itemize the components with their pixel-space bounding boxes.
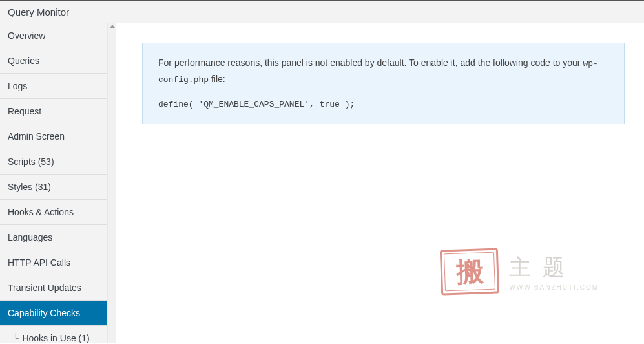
sidebar-item-label: Capability Checks <box>8 308 80 318</box>
notice-text-after: file: <box>209 74 225 84</box>
notice-box: For performance reasons, this panel is n… <box>142 43 625 124</box>
notice-code-block: define( 'QM_ENABLE_CAPS_PANEL', true ); <box>158 97 608 112</box>
sidebar-item-label: Styles (31) <box>8 182 51 192</box>
sidebar-item-label: Transient Updates <box>8 283 81 293</box>
main-content: For performance reasons, this panel is n… <box>116 23 644 343</box>
sidebar-item-queries[interactable]: Queries <box>0 48 108 74</box>
sidebar-item-label: Request <box>8 106 41 116</box>
sidebar-item-transient-updates[interactable]: Transient Updates <box>0 275 108 301</box>
nav-list: Overview Queries Logs Request Admin Scre… <box>0 23 108 344</box>
sidebar-item-overview[interactable]: Overview <box>0 23 108 48</box>
sidebar-item-capability-checks[interactable]: Capability Checks <box>0 301 108 326</box>
watermark-url: WWW.BANZHUTI.COM <box>509 284 599 291</box>
watermark-stamp-char: 搬 <box>455 253 484 290</box>
sidebar-item-scripts[interactable]: Scripts (53) <box>0 149 108 175</box>
sidebar-item-admin-screen[interactable]: Admin Screen <box>0 124 108 149</box>
sidebar-item-http-api-calls[interactable]: HTTP API Calls <box>0 250 108 275</box>
sidebar-item-label: Overview <box>8 30 45 41</box>
panel-header: Query Monitor <box>0 0 644 23</box>
sidebar-item-hooks-actions[interactable]: Hooks & Actions <box>0 200 108 225</box>
watermark-chinese: 主题 <box>509 253 576 283</box>
sidebar-item-label: HTTP API Calls <box>8 257 70 268</box>
scroll-up-icon <box>110 25 115 28</box>
scrollbar[interactable] <box>107 23 116 343</box>
sidebar-item-label: Queries <box>8 56 39 66</box>
watermark: 搬 主题 WWW.BANZHUTI.COM <box>441 249 599 294</box>
notice-text: For performance reasons, this panel is n… <box>158 55 608 88</box>
sidebar-item-label: Logs <box>8 81 27 91</box>
sidebar-item-label: Scripts (53) <box>8 156 54 167</box>
notice-text-before: For performance reasons, this panel is n… <box>158 58 583 68</box>
sidebar-item-hooks-in-use[interactable]: Hooks in Use (1) <box>0 326 108 344</box>
sidebar-item-request[interactable]: Request <box>0 99 108 124</box>
sidebar-nav: Overview Queries Logs Request Admin Scre… <box>0 23 116 343</box>
sidebar-item-label: Hooks & Actions <box>8 207 74 217</box>
sidebar-item-languages[interactable]: Languages <box>0 225 108 250</box>
panel-title: Query Monitor <box>8 6 69 17</box>
panel-body: Overview Queries Logs Request Admin Scre… <box>0 23 644 343</box>
sidebar-item-styles[interactable]: Styles (31) <box>0 175 108 200</box>
sidebar-item-label: Hooks in Use (1) <box>22 333 89 343</box>
sidebar-item-logs[interactable]: Logs <box>0 74 108 99</box>
sidebar-item-label: Languages <box>8 232 52 242</box>
sidebar-item-label: Admin Screen <box>8 131 65 142</box>
watermark-text: 主题 WWW.BANZHUTI.COM <box>509 253 599 291</box>
watermark-stamp: 搬 <box>440 248 499 295</box>
